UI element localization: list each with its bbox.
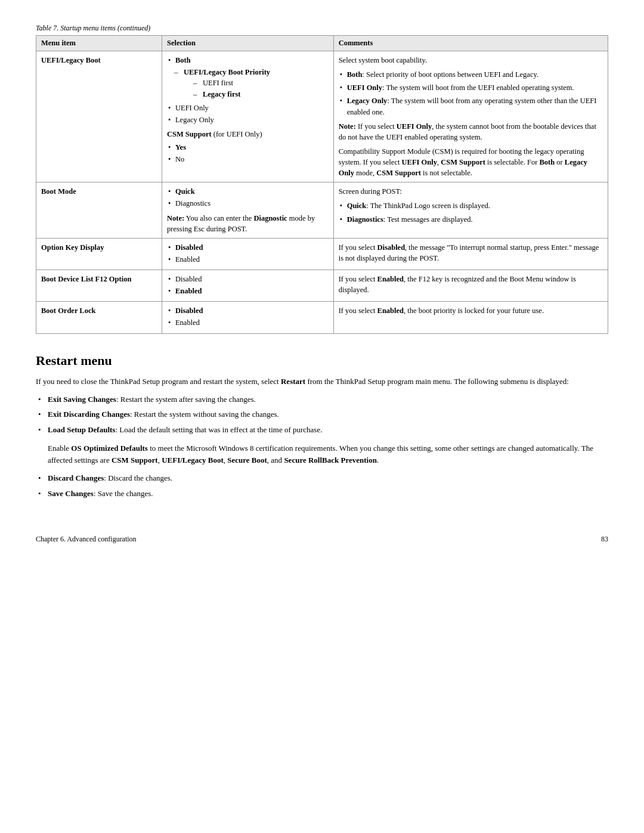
- selection-f12: Disabled Enabled: [162, 270, 333, 302]
- comments-option-key: If you select Disabled, the message "To …: [333, 238, 608, 270]
- comments-uefi: Select system boot capability. Both: Sel…: [333, 51, 608, 182]
- startup-menu-table: Menu item Selection Comments UEFI/Legacy…: [36, 35, 608, 334]
- comments-boot-mode: Screen during POST: Quick: The ThinkPad …: [333, 182, 608, 239]
- restart-menu-bullets: Exit Saving Changes: Restart the system …: [36, 394, 608, 436]
- menu-item-option-key: Option Key Display: [36, 238, 162, 270]
- footer-page: 83: [601, 535, 608, 543]
- menu-item-boot-order: Boot Order Lock: [36, 302, 162, 333]
- comments-f12: If you select Enabled, the F12 key is re…: [333, 270, 608, 302]
- list-item: Discard Changes: Discard the changes.: [36, 472, 608, 484]
- table-row: Boot Mode Quick Diagnostics Note: You al…: [36, 182, 608, 239]
- table-caption: Table 7. Startup menu items (continued): [36, 24, 608, 33]
- table-row: Boot Device List F12 Option Disabled Ena…: [36, 270, 608, 302]
- selection-boot-order: Disabled Enabled: [162, 302, 333, 333]
- table-row: Option Key Display Disabled Enabled If y…: [36, 238, 608, 270]
- menu-item-uefi: UEFI/Legacy Boot: [36, 51, 162, 182]
- footer: Chapter 6. Advanced configuration 83: [36, 535, 608, 544]
- restart-menu-intro: If you need to close the ThinkPad Setup …: [36, 376, 608, 388]
- footer-chapter: Chapter 6. Advanced configuration: [36, 535, 137, 544]
- menu-item-f12: Boot Device List F12 Option: [36, 270, 162, 302]
- col-header-comments: Comments: [333, 36, 608, 51]
- list-item: Save Changes: Save the changes.: [36, 488, 608, 500]
- selection-option-key: Disabled Enabled: [162, 238, 333, 270]
- table-row: UEFI/Legacy Boot Both UEFI/Legacy Boot P…: [36, 51, 608, 182]
- col-header-selection: Selection: [162, 36, 333, 51]
- selection-boot-mode: Quick Diagnostics Note: You also can ent…: [162, 182, 333, 239]
- col-header-menu-item: Menu item: [36, 36, 162, 51]
- list-item: Exit Saving Changes: Restart the system …: [36, 394, 608, 405]
- comments-boot-order: If you select Enabled, the boot priority…: [333, 302, 608, 333]
- restart-menu-title: Restart menu: [36, 353, 608, 368]
- table-row: Boot Order Lock Disabled Enabled If you …: [36, 302, 608, 333]
- list-item: Load Setup Defaults: Load the default se…: [36, 424, 608, 436]
- restart-menu-bullets-2: Discard Changes: Discard the changes. Sa…: [36, 472, 608, 499]
- selection-uefi: Both UEFI/Legacy Boot Priority UEFI firs…: [162, 51, 333, 182]
- os-optimized-text: Enable OS Optimized Defaults to meet the…: [36, 442, 608, 466]
- menu-item-boot-mode: Boot Mode: [36, 182, 162, 239]
- list-item: Exit Discarding Changes: Restart the sys…: [36, 408, 608, 420]
